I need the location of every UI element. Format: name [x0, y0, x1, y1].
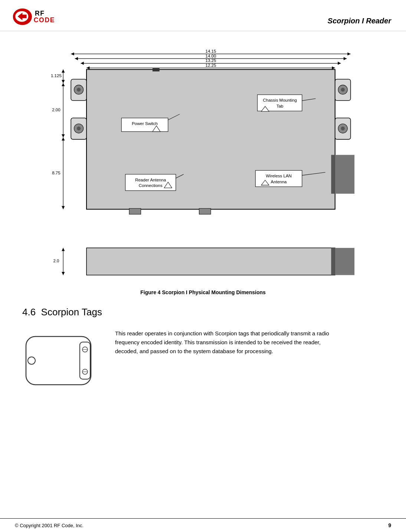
svg-marker-66	[62, 137, 65, 140]
svg-text:2.00: 2.00	[52, 108, 60, 112]
svg-text:1.125: 1.125	[51, 73, 62, 78]
svg-text:Reader Antenna: Reader Antenna	[135, 178, 166, 182]
svg-marker-67	[62, 206, 65, 209]
svg-text:Chassis Mounting: Chassis Mounting	[263, 98, 297, 102]
svg-text:Wireless LAN: Wireless LAN	[266, 174, 292, 178]
diagram-container: 14.15 14.00 13.25 12.25	[36, 42, 370, 285]
svg-marker-7	[347, 52, 350, 55]
mounting-diagram: 14.15 14.00 13.25 12.25	[36, 42, 370, 244]
svg-marker-19	[332, 66, 335, 69]
svg-marker-63	[62, 134, 65, 137]
footer-page-number: 9	[388, 522, 391, 528]
svg-marker-6	[71, 52, 74, 55]
section-46: 4.6 Scorpion Tags This reader operates i…	[22, 306, 384, 392]
svg-marker-10	[75, 57, 78, 60]
svg-rect-35	[335, 155, 354, 194]
svg-marker-71	[62, 248, 65, 251]
page-header: RF CODE Scorpion I Reader	[0, 0, 406, 31]
svg-marker-18	[86, 66, 89, 69]
svg-rect-55	[129, 208, 141, 214]
svg-rect-76	[335, 248, 354, 275]
svg-point-78	[28, 357, 35, 364]
svg-text:13.25: 13.25	[206, 58, 216, 63]
svg-rect-69	[153, 68, 160, 71]
page-title: Scorpion I Reader	[328, 17, 391, 27]
svg-text:Connections: Connections	[139, 183, 163, 188]
page-footer: © Copyright 2001 RF Code, Inc. 9	[0, 518, 406, 532]
svg-point-30	[341, 88, 345, 91]
rfcode-logo: RF CODE	[11, 7, 71, 27]
svg-text:14.00: 14.00	[206, 54, 216, 58]
svg-text:14.15: 14.15	[206, 49, 216, 53]
svg-marker-11	[344, 57, 347, 60]
svg-rect-21	[86, 69, 335, 209]
svg-marker-59	[62, 80, 65, 83]
svg-text:Antenna: Antenna	[271, 180, 287, 184]
svg-text:Tab: Tab	[276, 104, 284, 108]
svg-point-24	[77, 88, 81, 91]
svg-marker-14	[81, 62, 84, 65]
svg-point-33	[341, 127, 345, 130]
section-heading: 4.6 Scorpion Tags	[22, 306, 384, 318]
svg-marker-72	[62, 272, 65, 275]
tag-illustration	[22, 329, 104, 392]
svg-marker-58	[62, 69, 65, 72]
logo-area: RF CODE	[11, 7, 71, 27]
svg-rect-74	[86, 248, 335, 275]
figure-caption: Figure 4 Scorpion I Physical Mounting Di…	[22, 289, 384, 295]
side-view-diagram: 2.0	[36, 246, 370, 285]
svg-text:CODE: CODE	[34, 16, 55, 24]
svg-text:8.75: 8.75	[52, 171, 60, 175]
main-content: 14.15 14.00 13.25 12.25	[0, 31, 406, 414]
svg-marker-62	[62, 83, 65, 86]
svg-point-27	[77, 127, 81, 130]
footer-copyright: © Copyright 2001 RF Code, Inc.	[15, 523, 84, 528]
svg-text:12.25: 12.25	[206, 63, 216, 68]
svg-rect-34	[331, 155, 335, 194]
svg-text:2.0: 2.0	[53, 259, 59, 263]
svg-rect-75	[331, 248, 335, 275]
svg-marker-15	[338, 62, 341, 65]
svg-rect-56	[199, 208, 211, 214]
section-content: This reader operates in conjunction with…	[22, 329, 384, 392]
svg-text:Power Switch: Power Switch	[132, 121, 158, 126]
section-body-text: This reader operates in conjunction with…	[115, 329, 330, 356]
